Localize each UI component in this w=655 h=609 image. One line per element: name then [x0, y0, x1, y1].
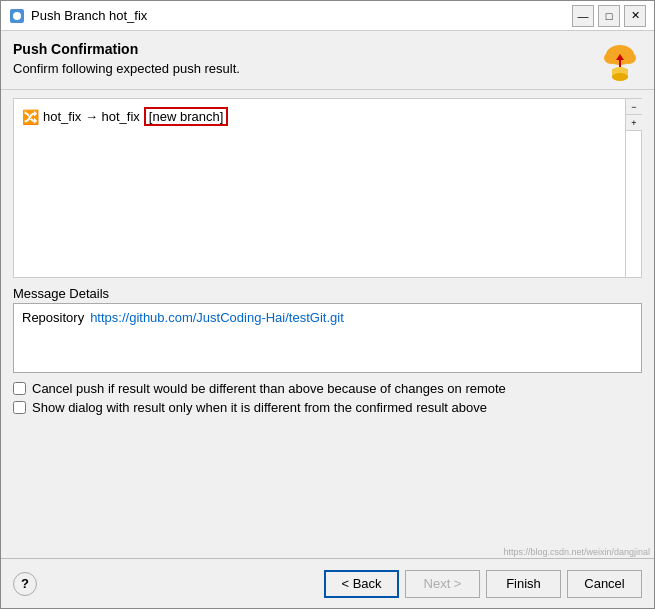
- repo-url-link[interactable]: https://github.com/JustCoding-Hai/testGi…: [90, 310, 344, 325]
- next-button[interactable]: Next >: [405, 570, 480, 598]
- svg-point-1: [13, 12, 21, 20]
- main-window: Push Branch hot_fix — □ ✕ Push Confirmat…: [0, 0, 655, 609]
- message-details-section: Message Details Repository https://githu…: [13, 286, 642, 373]
- branch-icon: 🔀: [22, 109, 39, 125]
- message-details-label: Message Details: [13, 286, 642, 301]
- cancel-push-label[interactable]: Cancel push if result would be different…: [32, 381, 506, 396]
- cancel-button[interactable]: Cancel: [567, 570, 642, 598]
- footer: ? < Back Next > Finish Cancel: [1, 558, 654, 608]
- back-button[interactable]: < Back: [324, 570, 399, 598]
- scroll-up-button[interactable]: −: [626, 99, 642, 115]
- new-branch-badge: [new branch]: [144, 107, 228, 126]
- main-content: 🔀 hot_fix → hot_fix [new branch] − + Mes…: [1, 90, 654, 547]
- page-subtitle: Confirm following expected push result.: [13, 61, 240, 76]
- repo-line: Repository https://github.com/JustCoding…: [22, 310, 633, 325]
- branch-row: 🔀 hot_fix → hot_fix [new branch]: [22, 107, 633, 126]
- content-area: Push Confirmation Confirm following expe…: [1, 31, 654, 608]
- maximize-button[interactable]: □: [598, 5, 620, 27]
- header-section: Push Confirmation Confirm following expe…: [1, 31, 654, 89]
- branch-text: hot_fix → hot_fix: [43, 109, 140, 124]
- page-title: Push Confirmation: [13, 41, 240, 57]
- branch-scrollbar: − +: [625, 99, 641, 277]
- show-dialog-label[interactable]: Show dialog with result only when it is …: [32, 400, 487, 415]
- svg-point-4: [622, 52, 636, 64]
- svg-point-3: [604, 52, 618, 64]
- message-box: Repository https://github.com/JustCoding…: [13, 303, 642, 373]
- cancel-push-checkbox[interactable]: [13, 382, 26, 395]
- finish-button[interactable]: Finish: [486, 570, 561, 598]
- minimize-button[interactable]: —: [572, 5, 594, 27]
- footer-left: ?: [13, 572, 37, 596]
- checkbox-row-1: Cancel push if result would be different…: [13, 381, 642, 396]
- help-button[interactable]: ?: [13, 572, 37, 596]
- push-cloud-icon: [602, 41, 638, 81]
- watermark: https://blog.csdn.net/weixin/dangjinal: [1, 547, 654, 558]
- scroll-down-button[interactable]: +: [626, 115, 642, 131]
- window-icon: [9, 8, 25, 24]
- repo-label: Repository: [22, 310, 84, 325]
- branch-panel: 🔀 hot_fix → hot_fix [new branch] − +: [13, 98, 642, 278]
- checkbox-row-2: Show dialog with result only when it is …: [13, 400, 642, 415]
- checkboxes-section: Cancel push if result would be different…: [13, 381, 642, 419]
- branch-panel-inner: 🔀 hot_fix → hot_fix [new branch]: [14, 99, 641, 277]
- window-controls: — □ ✕: [572, 5, 646, 27]
- close-button[interactable]: ✕: [624, 5, 646, 27]
- show-dialog-checkbox[interactable]: [13, 401, 26, 414]
- title-bar: Push Branch hot_fix — □ ✕: [1, 1, 654, 31]
- svg-point-7: [612, 73, 628, 81]
- header-left: Push Confirmation Confirm following expe…: [13, 41, 240, 76]
- footer-buttons: < Back Next > Finish Cancel: [324, 570, 642, 598]
- window-title: Push Branch hot_fix: [31, 8, 572, 23]
